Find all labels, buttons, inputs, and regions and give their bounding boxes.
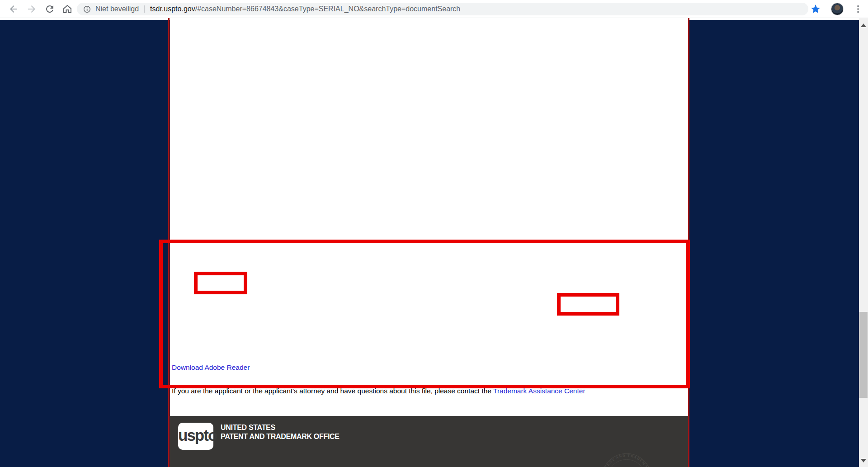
browser-menu-icon[interactable] [853, 4, 863, 14]
url-path: /#caseNumber=86674843&caseType=SERIAL_NO… [195, 5, 461, 13]
content-left-border [168, 18, 170, 467]
content-right-border [688, 18, 689, 467]
content-area [170, 18, 688, 467]
uspto-seal-watermark: PATENT AND TRADEMARK OFFICE [575, 451, 679, 467]
uspto-logo-text: uspto [178, 426, 217, 444]
uspto-footer: uspto UNITED STATES PATENT AND TRADEMARK… [170, 416, 688, 467]
reload-icon[interactable] [44, 4, 55, 14]
back-icon[interactable] [8, 4, 19, 14]
browser-toolbar: Niet beveiligd tsdr.uspto.gov/#caseNumbe… [0, 0, 868, 18]
url-text: tsdr.uspto.gov/#caseNumber=86674843&case… [150, 5, 460, 13]
vertical-scrollbar[interactable] [859, 18, 868, 467]
trademark-assistance-center-link[interactable]: Trademark Assistance Center [493, 387, 585, 395]
divider [144, 5, 145, 13]
forward-icon[interactable] [26, 4, 37, 14]
uspto-org-name: UNITED STATES PATENT AND TRADEMARK OFFIC… [221, 423, 340, 441]
info-icon[interactable] [83, 5, 91, 13]
profile-avatar[interactable] [831, 3, 844, 15]
org-line2: PATENT AND TRADEMARK OFFICE [221, 432, 340, 441]
note-text: If you are the applicant or the applican… [172, 387, 493, 395]
security-label: Niet beveiligd [95, 5, 139, 13]
bookmark-star-icon[interactable] [810, 4, 821, 14]
scrollbar-thumb[interactable] [859, 312, 868, 398]
uspto-logo: uspto [178, 423, 213, 450]
download-adobe-reader-link[interactable]: Download Adobe Reader [172, 363, 250, 372]
home-icon[interactable] [62, 4, 73, 14]
scroll-up-icon[interactable] [861, 24, 866, 27]
org-line1: UNITED STATES [221, 423, 340, 432]
scroll-down-icon[interactable] [861, 459, 866, 462]
assistance-note: If you are the applicant or the applican… [172, 387, 585, 395]
address-bar[interactable]: Niet beveiligd tsdr.uspto.gov/#caseNumbe… [77, 3, 808, 15]
url-domain: tsdr.uspto.gov [150, 5, 195, 13]
